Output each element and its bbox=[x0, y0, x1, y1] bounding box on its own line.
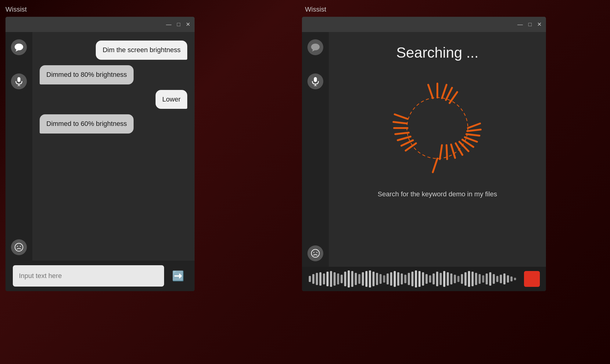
svg-rect-95 bbox=[503, 273, 505, 284]
svg-rect-64 bbox=[394, 271, 396, 287]
svg-rect-65 bbox=[397, 272, 399, 286]
svg-rect-40 bbox=[309, 276, 311, 282]
svg-rect-54 bbox=[358, 274, 361, 284]
svg-rect-91 bbox=[489, 272, 491, 286]
svg-rect-50 bbox=[344, 272, 346, 286]
right-chat-area: Searching ... bbox=[302, 32, 546, 267]
emotion-icon bbox=[11, 239, 27, 255]
svg-rect-88 bbox=[479, 274, 481, 284]
minimize-button-right[interactable]: — bbox=[517, 22, 523, 27]
svg-line-33 bbox=[401, 140, 413, 146]
text-input-left[interactable] bbox=[13, 265, 164, 287]
svg-line-28 bbox=[395, 114, 407, 119]
svg-rect-60 bbox=[379, 274, 382, 284]
svg-rect-85 bbox=[468, 271, 470, 287]
emotion-icon-right bbox=[307, 245, 323, 261]
svg-rect-62 bbox=[387, 273, 389, 284]
svg-point-6 bbox=[17, 246, 18, 247]
svg-rect-57 bbox=[369, 270, 371, 287]
svg-line-25 bbox=[447, 145, 447, 159]
svg-rect-80 bbox=[450, 273, 452, 284]
right-panel: — □ ✕ bbox=[302, 17, 546, 291]
messages-area: Dim the screen brightness Dimmed to 80% … bbox=[32, 32, 195, 261]
svg-line-31 bbox=[395, 133, 409, 134]
svg-line-18 bbox=[467, 130, 481, 131]
svg-rect-61 bbox=[383, 275, 385, 283]
svg-rect-2 bbox=[17, 77, 20, 82]
svg-rect-75 bbox=[432, 273, 435, 284]
message-3: Lower bbox=[156, 90, 187, 109]
svg-line-17 bbox=[468, 123, 480, 128]
svg-line-29 bbox=[393, 122, 407, 123]
svg-rect-47 bbox=[334, 272, 336, 286]
svg-line-27 bbox=[433, 159, 437, 172]
stop-button[interactable] bbox=[524, 271, 540, 287]
chat-icon bbox=[11, 39, 27, 55]
sidebar-left bbox=[5, 32, 32, 261]
svg-rect-72 bbox=[422, 272, 424, 286]
svg-point-8 bbox=[311, 44, 320, 50]
svg-rect-78 bbox=[443, 271, 445, 287]
svg-line-34 bbox=[406, 143, 416, 151]
svg-point-15 bbox=[317, 252, 318, 253]
svg-rect-66 bbox=[401, 273, 403, 284]
svg-line-38 bbox=[446, 88, 452, 100]
message-1: Dim the screen brightness bbox=[96, 41, 187, 60]
svg-rect-93 bbox=[496, 276, 498, 282]
svg-rect-44 bbox=[323, 273, 325, 284]
svg-rect-46 bbox=[330, 271, 332, 287]
svg-rect-63 bbox=[390, 272, 392, 286]
mic-icon-left[interactable] bbox=[11, 73, 27, 89]
svg-rect-79 bbox=[447, 272, 449, 286]
app-title-left: Wissist bbox=[5, 5, 27, 13]
svg-rect-53 bbox=[355, 273, 357, 285]
svg-rect-49 bbox=[341, 275, 343, 283]
close-button-right[interactable]: ✕ bbox=[537, 22, 542, 27]
svg-point-13 bbox=[311, 249, 319, 257]
svg-rect-76 bbox=[436, 272, 438, 286]
svg-rect-58 bbox=[372, 272, 375, 286]
svg-rect-73 bbox=[425, 274, 428, 284]
svg-line-35 bbox=[428, 85, 433, 98]
svg-rect-92 bbox=[493, 274, 495, 284]
svg-rect-86 bbox=[472, 272, 474, 286]
sidebar-right bbox=[302, 32, 329, 267]
svg-line-37 bbox=[442, 85, 447, 98]
titlebar-right: — □ ✕ bbox=[302, 17, 546, 32]
minimize-button-left[interactable]: — bbox=[166, 22, 171, 27]
svg-rect-67 bbox=[404, 275, 407, 283]
svg-line-19 bbox=[466, 134, 479, 136]
maximize-button-left[interactable]: □ bbox=[177, 22, 180, 27]
svg-rect-10 bbox=[314, 77, 317, 82]
right-content: Searching ... bbox=[329, 32, 546, 267]
send-button[interactable]: ➡️ bbox=[169, 267, 187, 285]
svg-rect-77 bbox=[440, 273, 442, 285]
searching-status: Searching ... bbox=[396, 44, 478, 61]
svg-rect-83 bbox=[461, 274, 463, 284]
search-caption: Search for the keyword demo in my files bbox=[378, 189, 497, 199]
svg-rect-41 bbox=[312, 274, 314, 284]
svg-rect-69 bbox=[411, 272, 414, 286]
svg-rect-48 bbox=[337, 273, 339, 284]
svg-line-20 bbox=[465, 137, 477, 142]
svg-point-7 bbox=[20, 246, 21, 247]
mic-icon-right-sidebar[interactable] bbox=[307, 73, 323, 89]
svg-rect-52 bbox=[351, 271, 353, 287]
svg-rect-84 bbox=[465, 272, 467, 286]
svg-rect-96 bbox=[507, 275, 509, 283]
svg-rect-68 bbox=[408, 273, 410, 285]
svg-line-39 bbox=[450, 92, 457, 103]
svg-rect-51 bbox=[348, 270, 350, 287]
maximize-button-right[interactable]: □ bbox=[528, 22, 532, 27]
svg-point-14 bbox=[314, 252, 314, 253]
chat-icon-right bbox=[307, 39, 323, 55]
svg-rect-70 bbox=[415, 270, 417, 287]
svg-rect-71 bbox=[418, 271, 421, 287]
svg-line-24 bbox=[451, 145, 455, 158]
input-bar-left: ➡️ bbox=[5, 261, 195, 291]
svg-rect-56 bbox=[365, 271, 368, 287]
svg-rect-94 bbox=[500, 275, 502, 283]
svg-line-26 bbox=[440, 145, 442, 159]
close-button-left[interactable]: ✕ bbox=[186, 22, 190, 27]
svg-rect-55 bbox=[362, 272, 364, 286]
